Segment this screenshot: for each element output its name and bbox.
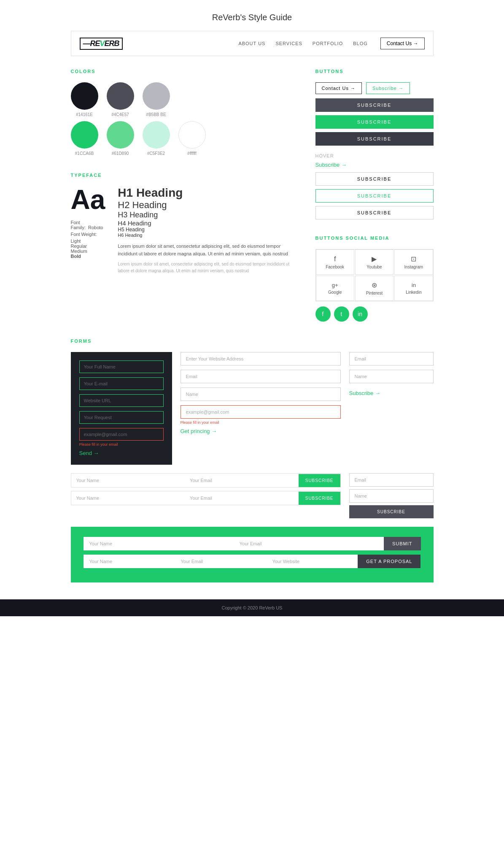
hover-btn-1[interactable]: SUBSCRIBE <box>315 172 434 186</box>
btn-row-top: Contact Us → Subscribe → <box>315 82 434 94</box>
mid-name-input[interactable] <box>181 387 341 401</box>
mid-website-input[interactable] <box>181 352 341 366</box>
social-google[interactable]: g+ Google <box>316 276 354 301</box>
subscribe-dark-button[interactable]: SUBSCRIBE <box>315 98 434 112</box>
social-youtube-label: Youtube <box>367 265 382 269</box>
subscribe-dark2-button[interactable]: SUBSCRIBE <box>315 132 434 146</box>
mid-email-error-input[interactable] <box>181 405 341 419</box>
dark-fullname-input[interactable] <box>79 360 164 373</box>
color-item: #14161E <box>71 82 98 117</box>
buttons-label: BUTTONS <box>315 69 434 74</box>
h4-demo: H4 Heading <box>118 219 298 227</box>
green-email-input[interactable] <box>234 537 384 550</box>
family-value: Roboto <box>88 225 103 230</box>
buttons-section: BUTTONS Contact Us → Subscribe → SUBSCRI… <box>315 69 434 223</box>
social-facebook-label: Facebook <box>326 265 344 269</box>
youtube-icon: ▶ <box>372 255 377 263</box>
newsletter-right-subscribe-button[interactable]: SUBSCRIBE <box>349 505 434 518</box>
mid-email-input[interactable] <box>181 370 341 383</box>
social-section: BUTTONS SOCIAL MEDIA f Facebook ▶ Youtub… <box>315 236 434 322</box>
subscribe-green-button[interactable]: SUBSCRIBE <box>315 115 434 129</box>
newsletter-right-name-input[interactable] <box>349 489 434 503</box>
newsletter-section: SUBSCRIBE SUBSCRIBE SUBSCRIBE <box>71 473 434 518</box>
submit-button[interactable]: SUBMIT <box>384 537 421 550</box>
subscribe-link-button[interactable]: Subscribe → <box>366 82 410 94</box>
green-website-input[interactable] <box>266 555 358 568</box>
hover-btn-3[interactable]: SUBSCRIBE <box>315 206 434 219</box>
small-email-input[interactable] <box>349 352 434 366</box>
social-facebook-button[interactable]: f <box>315 306 331 322</box>
newsletter2-email-input[interactable] <box>185 491 299 505</box>
color-item: #C5F3E2 <box>143 121 170 156</box>
small-name-input[interactable] <box>349 370 434 383</box>
para-text-2: Lorem ipsum dolor sit amet, consectetur … <box>118 261 298 274</box>
color-swatch-dark <box>71 82 98 110</box>
nav-logo: —REVERB <box>80 38 123 50</box>
color-hex: #14161E <box>76 112 93 117</box>
h2-demo: H2 Heading <box>118 200 298 211</box>
color-item: #4C4E57 <box>107 82 134 117</box>
green-email2-input[interactable] <box>175 555 266 568</box>
social-btn-row: f t in <box>315 306 434 322</box>
color-swatch-lightgray <box>143 82 170 110</box>
font-meta: Font Family:Roboto Font Weight: Light Re… <box>71 220 105 259</box>
newsletter2-subscribe-button[interactable]: SUBSCRIBE <box>299 492 340 505</box>
nav-blog[interactable]: BLOG <box>353 41 368 46</box>
social-linkedin-button[interactable]: in <box>353 306 368 322</box>
newsletter2-name-input[interactable] <box>71 491 185 505</box>
newsletter1-subscribe-button[interactable]: SUBSCRIBE <box>299 474 340 487</box>
social-google-label: Google <box>328 290 342 295</box>
social-pinterest[interactable]: ⊛ Pinterest <box>355 276 393 301</box>
weight-regular: Regular <box>71 244 105 249</box>
color-swatch-gray <box>107 82 134 110</box>
nav-about[interactable]: ABOUT US <box>238 41 265 46</box>
hover-label: HOVER <box>315 153 434 158</box>
contact-us-button[interactable]: Contact Us → <box>315 82 362 94</box>
social-linkedin[interactable]: in Linkedin <box>394 276 433 301</box>
dark-website-input[interactable] <box>79 394 164 407</box>
color-swatch-white <box>178 121 206 149</box>
small-subscribe-button[interactable]: Subscribe → <box>349 390 380 396</box>
mid-form: Please fill in your email Get princing → <box>181 352 341 465</box>
dark-send-button[interactable]: Send → <box>79 450 99 456</box>
proposal-button[interactable]: GET A PROPOSAL <box>358 555 420 568</box>
dark-email-error-input[interactable] <box>79 428 164 441</box>
social-instagram[interactable]: ⊡ Instagram <box>394 249 433 275</box>
typeface-inner: Aa Font Family:Roboto Font Weight: Light… <box>71 186 299 274</box>
google-icon: g+ <box>332 282 338 288</box>
dark-form: Please fill in your email Send → <box>71 352 172 465</box>
social-twitter-button[interactable]: t <box>334 306 349 322</box>
get-pricing-button[interactable]: Get princing → <box>181 428 217 434</box>
green-form-row-1: SUBMIT <box>84 537 421 550</box>
footer: Copyright © 2020 ReVerb US <box>0 599 504 616</box>
typeface-label: TYPEFACE <box>71 173 299 178</box>
social-facebook[interactable]: f Facebook <box>316 249 354 275</box>
green-name2-input[interactable] <box>84 555 175 568</box>
color-item: #B5BB BE <box>143 82 170 117</box>
dark-request-input[interactable] <box>79 411 164 424</box>
hover-btn-2[interactable]: SUBSCRIBE <box>315 189 434 203</box>
h6-demo: H6 Heading <box>118 233 298 238</box>
nav-services[interactable]: SERVICES <box>275 41 302 46</box>
nav-contact-button[interactable]: Contact Us → <box>380 38 425 49</box>
newsletter1-email-input[interactable] <box>185 474 299 487</box>
social-youtube[interactable]: ▶ Youtube <box>355 249 393 275</box>
pinterest-icon: ⊛ <box>372 281 377 289</box>
nav-portfolio[interactable]: PORTFOLIO <box>313 41 343 46</box>
social-label: BUTTONS SOCIAL MEDIA <box>315 236 434 241</box>
small-form: Subscribe → <box>349 352 434 465</box>
h5-demo: H5 Heading <box>118 227 298 233</box>
family-label: Font Family: <box>71 220 86 230</box>
color-swatch-lightgreen <box>107 121 134 149</box>
dark-email-input[interactable] <box>79 377 164 390</box>
color-hex: #4C4E57 <box>111 112 129 117</box>
color-row-2: #1CCA6B #61D890 #C5F3E2 #ffffff <box>71 121 299 156</box>
forms-row-main: Please fill in your email Send → Please … <box>71 352 434 465</box>
color-hex: #61D890 <box>112 151 129 156</box>
newsletter1-name-input[interactable] <box>71 474 185 487</box>
green-name-input[interactable] <box>84 537 234 550</box>
newsletter-right-email-input[interactable] <box>349 473 434 487</box>
social-grid: f Facebook ▶ Youtube ⊡ Instagram g+ Goog… <box>315 249 434 301</box>
footer-text: Copyright © 2020 ReVerb US <box>222 605 283 610</box>
nav-links: ABOUT US SERVICES PORTFOLIO BLOG <box>238 41 367 46</box>
